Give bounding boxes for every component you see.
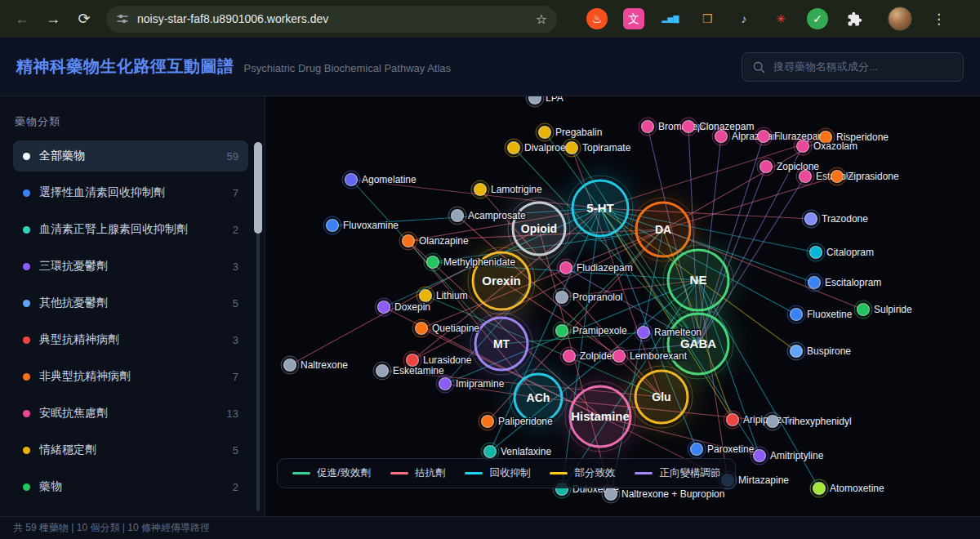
reload-icon[interactable]: ⟳ xyxy=(70,5,98,33)
drug-node-lpa[interactable] xyxy=(529,96,541,105)
drug-node-escitalopram[interactable] xyxy=(808,277,821,289)
drug-node-venlafaxine[interactable] xyxy=(484,446,497,458)
drug-label-trazodone: Trazodone xyxy=(822,213,868,225)
category-label: 安眠抗焦慮劑 xyxy=(39,406,218,421)
category-count: 3 xyxy=(233,261,238,273)
sidebar-category-item[interactable]: 情緒穩定劑5 xyxy=(13,434,248,466)
search-box[interactable] xyxy=(742,52,964,82)
drug-node-paroxetine[interactable] xyxy=(691,443,703,456)
drug-node-lemborexant[interactable] xyxy=(613,350,626,363)
drug-node-fluvoxamine[interactable] xyxy=(327,220,339,232)
drug-node-pramipexole[interactable] xyxy=(556,325,568,337)
drug-node-imipramine[interactable] xyxy=(439,378,452,390)
drug-node-clonazepam[interactable] xyxy=(683,121,695,133)
sidebar-category-item[interactable]: 三環抗憂鬱劑3 xyxy=(13,251,248,282)
drug-node-lamotrigine[interactable] xyxy=(474,184,487,196)
pathway-svg[interactable]: Opioid5-HTDANEOrexinMTGABAAChHistamineGl… xyxy=(265,96,980,516)
flame-extension-icon[interactable]: ♨ xyxy=(586,8,608,29)
back-icon[interactable]: ← xyxy=(8,5,36,33)
drug-label-lemborexant: Lemborexant xyxy=(630,350,688,362)
drug-node-acamprosate[interactable] xyxy=(452,210,464,222)
drug-node-naltrexone[interactable] xyxy=(284,359,296,372)
legend-item-antagonist: 拮抗劑 xyxy=(390,466,446,480)
starburst-extension-icon[interactable]: ✳ xyxy=(770,8,791,29)
drug-node-lithium[interactable] xyxy=(420,290,432,302)
music-extension-icon[interactable]: ♪ xyxy=(733,8,755,29)
drug-node-divalproex[interactable] xyxy=(508,142,520,154)
extensions-puzzle-icon[interactable] xyxy=(844,8,865,29)
drug-node-oxazolam[interactable] xyxy=(797,140,809,153)
drug-node-zopiclone[interactable] xyxy=(760,161,773,173)
translate-extension-icon[interactable]: 文 xyxy=(623,8,644,29)
drug-label-citalopram: Citalopram xyxy=(826,247,874,258)
category-count: 59 xyxy=(227,150,238,163)
sidebar-category-item[interactable]: 全部藥物59 xyxy=(13,140,248,172)
drug-node-topiramate[interactable] xyxy=(566,142,578,154)
scrollbar-thumb[interactable] xyxy=(254,142,262,234)
drug-node-pregabalin[interactable] xyxy=(539,127,551,139)
drug-node-methylphenidate[interactable] xyxy=(427,256,439,269)
folder-extension-icon[interactable]: ❒ xyxy=(697,8,718,29)
drug-node-alprazolam[interactable] xyxy=(715,131,728,143)
site-info-icon[interactable] xyxy=(116,12,129,25)
category-color-dot xyxy=(23,263,30,270)
drug-node-olanzapine[interactable] xyxy=(403,235,415,247)
drug-node-estazolam[interactable] xyxy=(800,171,812,183)
sidebar-category-item[interactable]: 選擇性血清素回收抑制劑7 xyxy=(13,177,248,208)
sidebar-category-item[interactable]: 血清素正腎上腺素回收抑制劑2 xyxy=(13,214,248,245)
shield-check-extension-icon[interactable]: ✓ xyxy=(807,8,828,29)
sidebar-category-item[interactable]: 藥物2 xyxy=(13,471,248,502)
drug-label-olanzapine: Olanzapine xyxy=(419,235,469,247)
drug-label-sulpiride: Sulpiride xyxy=(874,304,912,315)
status-bar: 共 59 種藥物 | 10 個分類 | 10 條神經傳導路徑 xyxy=(0,516,980,539)
category-count: 7 xyxy=(233,187,238,199)
sidebar-category-item[interactable]: 安眠抗焦慮劑13 xyxy=(13,398,248,429)
drug-node-flurazepam[interactable] xyxy=(758,131,770,143)
drug-node-buspirone[interactable] xyxy=(791,345,803,358)
sidebar-category-item[interactable]: 其他抗憂鬱劑5 xyxy=(13,287,248,318)
drug-node-bromazepam[interactable] xyxy=(642,121,654,133)
category-label: 全部藥物 xyxy=(39,149,218,163)
hub-label-dopamine: DA xyxy=(655,223,671,236)
drug-label-pramipexole: Pramipexole xyxy=(572,325,627,336)
forward-icon[interactable]: → xyxy=(39,5,67,33)
sidebar-category-item[interactable]: 非典型抗精神病劑7 xyxy=(13,361,248,392)
bookmark-star-icon[interactable]: ☆ xyxy=(536,11,547,27)
search-input[interactable] xyxy=(772,60,953,74)
drug-label-esketamine: Esketamine xyxy=(393,365,444,376)
drug-label-imipramine: Imipramine xyxy=(456,378,505,390)
legend-line-reuptake xyxy=(465,472,483,474)
drug-node-doxepin[interactable] xyxy=(378,301,390,314)
drug-node-propranolol[interactable] xyxy=(556,292,568,304)
drug-node-fludiazepam[interactable] xyxy=(560,262,572,274)
drug-node-trihexyphenidyl[interactable] xyxy=(767,416,779,428)
drug-label-quetiapine: Quetiapine xyxy=(432,323,479,334)
drug-node-ziprasidone[interactable] xyxy=(831,171,844,183)
stats-extension-icon[interactable]: ▂▅▇ xyxy=(660,8,681,29)
drug-node-aripiprazole[interactable] xyxy=(727,414,739,426)
sidebar-category-item[interactable]: 典型抗精神病劑3 xyxy=(13,324,248,355)
drug-node-agomelatine[interactable] xyxy=(345,174,358,186)
drug-node-trazodone[interactable] xyxy=(805,213,817,225)
drug-node-zolpidem[interactable] xyxy=(564,350,576,363)
drug-node-citalopram[interactable] xyxy=(810,247,822,259)
legend-label: 正向變構調節 xyxy=(659,466,720,480)
drug-node-ramelteon[interactable] xyxy=(638,327,650,339)
drug-node-paliperidone[interactable] xyxy=(482,416,494,428)
graph-canvas[interactable]: Opioid5-HTDANEOrexinMTGABAAChHistamineGl… xyxy=(265,96,980,516)
drug-node-quetiapine[interactable] xyxy=(416,323,428,335)
drug-node-naltrexone-bupropion[interactable] xyxy=(605,488,617,501)
drug-node-esketamine[interactable] xyxy=(376,365,389,377)
category-color-dot xyxy=(23,153,30,160)
drug-node-atomoxetine[interactable] xyxy=(813,483,826,495)
drug-node-amitriptyline[interactable] xyxy=(754,450,766,462)
sidebar-scrollbar[interactable] xyxy=(254,142,262,511)
category-color-dot xyxy=(23,373,30,381)
address-bar[interactable]: noisy-star-faf8.u8901006.workers.dev ☆ xyxy=(106,6,557,33)
drug-node-fluoxetine[interactable] xyxy=(791,309,803,321)
profile-avatar[interactable] xyxy=(888,7,912,31)
browser-menu-icon[interactable]: ⋮ xyxy=(927,11,951,28)
category-color-dot xyxy=(23,226,30,234)
drug-node-sulpiride[interactable] xyxy=(858,304,870,316)
drug-label-lurasidone: Lurasidone xyxy=(423,354,472,366)
